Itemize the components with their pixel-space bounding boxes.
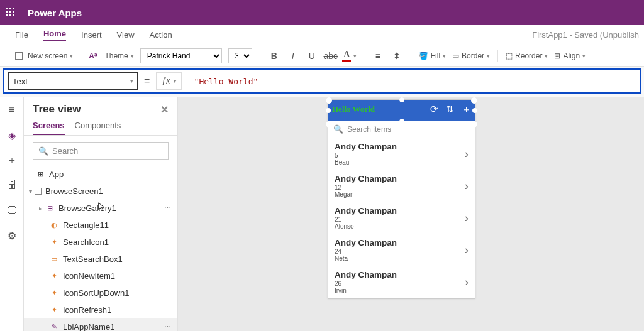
rail-add-icon[interactable]: ＋	[5, 153, 19, 167]
menu-action[interactable]: Action	[150, 30, 172, 40]
chevron-down-icon: ▾	[130, 78, 133, 84]
tree-node-app[interactable]: ⊞App	[24, 166, 177, 183]
chevron-right-icon[interactable]: ›	[465, 244, 469, 257]
header-label[interactable]: Hello World	[332, 104, 375, 114]
chevron-right-icon[interactable]: ›	[465, 212, 469, 225]
menu-home[interactable]: Home	[43, 29, 66, 41]
tab-components[interactable]: Components	[75, 121, 121, 135]
tree-node-item[interactable]: ✦IconNewItem1	[24, 268, 177, 285]
search-icon: 🔍	[38, 146, 48, 156]
rail-tree-icon[interactable]: ◈	[5, 128, 19, 142]
tree-node-item[interactable]: ✦IconSortUpDown1	[24, 285, 177, 301]
list-item[interactable]: Andy Champan12Megan›	[328, 170, 475, 202]
title-bar: Power Apps	[0, 0, 644, 25]
theme-button[interactable]: Aᵃ Theme ▾	[89, 52, 133, 60]
canvas[interactable]: Hello World ⟳ ⇅ ＋ 🔍 Search items Andy Ch…	[178, 97, 644, 331]
align-button[interactable]: ⊟ Align ▾	[554, 52, 586, 60]
chevron-right-icon[interactable]: ›	[465, 276, 469, 289]
menu-insert[interactable]: Insert	[81, 30, 102, 40]
rail-advanced-icon[interactable]: ⚙	[5, 229, 19, 242]
add-icon[interactable]: ＋	[462, 104, 471, 116]
tree-node-item[interactable]: ✦SearchIcon1	[24, 234, 177, 251]
tree-node-gallery[interactable]: ▸⊞BrowseGallery1⋯	[24, 200, 177, 217]
tree-panel: Tree view ✕ Screens Components 🔍 Search …	[24, 97, 178, 331]
refresh-icon[interactable]: ⟳	[430, 104, 438, 116]
tree-node-screen[interactable]: ▾BrowseScreen1	[24, 183, 177, 200]
formula-input[interactable]: "Hello World"	[188, 77, 636, 86]
app-name: Power Apps	[28, 8, 82, 18]
tree-node-item[interactable]: ◐Rectangle11	[24, 217, 177, 234]
app-status: FirstApp1 - Saved (Unpublish	[532, 30, 639, 40]
ribbon: New screen ▾ Aᵃ Theme ▾ Patrick Hand 36 …	[0, 45, 644, 67]
chevron-right-icon[interactable]: ›	[465, 180, 469, 193]
valign-button[interactable]: ⬍	[391, 50, 403, 62]
bold-button[interactable]: B	[268, 50, 280, 62]
search-placeholder: Search	[52, 146, 78, 156]
tab-screens[interactable]: Screens	[33, 121, 65, 135]
chevron-right-icon[interactable]: ›	[465, 148, 469, 161]
list-item[interactable]: Andy Champan26Irvin›	[328, 266, 475, 298]
list-item[interactable]: Andy Champan24Neta›	[328, 234, 475, 266]
close-icon[interactable]: ✕	[160, 104, 169, 116]
fx-button[interactable]: ƒx ▾	[156, 72, 181, 90]
menu-bar: File Home Insert View Action FirstApp1 -…	[0, 25, 644, 45]
border-button[interactable]: ▭ Border ▾	[452, 52, 490, 60]
tree-node-item-selected[interactable]: ✎LblAppName1⋯	[24, 318, 177, 331]
more-icon[interactable]: ⋯	[164, 323, 172, 331]
sort-icon[interactable]: ⇅	[446, 104, 454, 116]
menu-view[interactable]: View	[117, 30, 135, 40]
property-value: Text	[13, 77, 28, 86]
new-screen-button[interactable]: New screen ▾	[15, 52, 73, 60]
font-selector[interactable]: Patrick Hand	[140, 48, 222, 63]
font-color-button[interactable]: A▾	[343, 50, 356, 62]
underline-button[interactable]: U	[306, 50, 318, 62]
equals-sign: =	[144, 75, 150, 87]
app-header[interactable]: Hello World ⟳ ⇅ ＋	[328, 100, 475, 121]
align-text-button[interactable]: ≡	[372, 50, 384, 62]
italic-button[interactable]: I	[287, 50, 299, 62]
rail-data-icon[interactable]: 🗄	[5, 178, 19, 192]
list-item[interactable]: Andy Champan21Alonso›	[328, 202, 475, 234]
search-placeholder: Search items	[347, 125, 391, 134]
tree-title: Tree view	[33, 103, 81, 116]
search-icon: 🔍	[333, 124, 343, 134]
list-item[interactable]: Andy Champan5Beau›	[328, 138, 475, 170]
rail-media-icon[interactable]: 🖵	[5, 203, 19, 217]
fill-button[interactable]: 🪣 Fill ▾	[419, 52, 446, 60]
tree-node-item[interactable]: ✦IconRefresh1	[24, 301, 177, 318]
tree-search[interactable]: 🔍 Search	[33, 142, 169, 160]
reorder-button[interactable]: ⬚ Reorder ▾	[506, 52, 548, 60]
strike-button[interactable]: abc	[325, 50, 337, 62]
font-size-selector[interactable]: 36	[228, 48, 252, 63]
tree-node-item[interactable]: ▭TextSearchBox1	[24, 251, 177, 268]
phone-preview: Hello World ⟳ ⇅ ＋ 🔍 Search items Andy Ch…	[328, 99, 475, 299]
formula-bar: Text ▾ = ƒx ▾ "Hello World"	[3, 68, 641, 94]
property-selector[interactable]: Text ▾	[8, 72, 138, 90]
rail-hamburger-icon[interactable]: ≡	[5, 103, 19, 117]
more-icon[interactable]: ⋯	[164, 204, 172, 212]
waffle-icon[interactable]	[6, 8, 16, 18]
left-rail: ≡ ◈ ＋ 🗄 🖵 ⚙	[0, 97, 24, 331]
menu-file[interactable]: File	[15, 30, 28, 40]
